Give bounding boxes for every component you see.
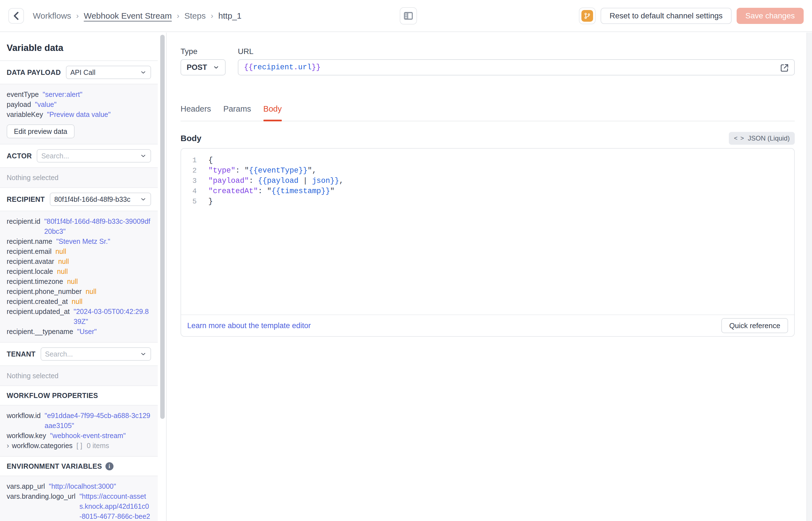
actor-empty-state: Nothing selected [0,168,158,188]
chevron-down-icon [140,196,147,203]
line-number: 4 [181,186,197,197]
crumb-webhook-event-stream[interactable]: Webhook Event Stream [84,11,172,21]
kv-key: workflow.id [7,410,41,421]
kv-value: null [58,256,69,266]
workflow-properties-values: workflow.id"e91ddae4-7f99-45cb-a688-3c12… [0,406,158,457]
kv-row: workflow.id"e91ddae4-7f99-45cb-a688-3c12… [7,410,151,431]
back-button[interactable] [8,8,24,24]
code-line: 5} [181,197,794,207]
kv-row: recipient.localenull [7,266,151,276]
chevron-down-icon [213,64,219,71]
kv-value: "2024-03-05T00:42:29.839Z" [74,307,151,326]
info-icon[interactable]: i [105,462,114,470]
git-branch-icon [583,12,591,20]
recipient-select[interactable]: 80f1f4bf-166d-48f9-b33c [50,192,151,206]
kv-row: recipient.id"80f1f4bf-166d-48f9-b33c-390… [7,216,151,236]
actor-header: ACTOR Search... [0,144,158,168]
sidebar-scrollbar-thumb[interactable] [160,35,165,419]
kv-key: recipient.created_at [7,296,68,307]
variable-data-panel: Variable data DATA PAYLOAD API Call even… [0,32,167,521]
main-scrollbar-track[interactable] [807,32,812,521]
crumb-workflows[interactable]: Workflows [33,11,71,21]
top-bar: Workflows›Webhook Event Stream›Steps›htt… [0,0,812,32]
kv-row: recipient.emailnull [7,246,151,256]
code-text: "createdAt": "{{timestamp}}" [208,186,335,197]
top-bar-actions: Reset to default channel settings Save c… [579,7,804,24]
line-number: 3 [181,176,197,186]
kv-value: "Preview data value" [47,109,151,119]
language-badge[interactable]: < > JSON (Liquid) [729,132,795,145]
reset-default-channel-button[interactable]: Reset to default channel settings [601,8,731,24]
kv-key: workflow.key [7,431,46,440]
code-text: "type": "{{eventType}}", [208,165,316,176]
http-method-value: POST [187,63,207,72]
kv-key: recipient.locale [7,266,53,276]
kv-value: null [72,296,82,307]
commit-status-button[interactable] [579,7,596,24]
kv-key: workflow.categories [12,440,73,451]
actor-label: ACTOR [7,152,32,160]
kv-value: "User" [77,326,151,337]
url-input[interactable]: {{recipient.url}} [238,59,795,75]
kv-key: variableKey [7,109,43,119]
kv-row: recipient.updated_at"2024-03-05T00:42:29… [7,307,151,326]
kv-row: recipient.name"Steven Metz Sr." [7,236,151,246]
kv-value: null [55,246,66,256]
kv-row: vars.app_url"http://localhost:3000" [7,481,151,491]
tenant-search-select[interactable]: Search... [41,347,151,361]
request-tabs: HeadersParamsBody [181,104,795,121]
external-link-icon[interactable] [779,63,790,73]
workflow-properties-header: WORKFLOW PROPERTIES [0,386,158,406]
kv-key: recipient.avatar [7,256,54,266]
crumb-steps[interactable]: Steps [185,11,206,21]
code-icon: < > [734,135,744,142]
line-number: 1 [181,155,197,165]
code-line: 2"type": "{{eventType}}", [181,165,794,176]
data-payload-selected-value: API Call [70,68,95,76]
save-changes-button[interactable]: Save changes [737,8,804,24]
code-text: { [208,155,213,165]
kv-key: recipient.name [7,236,52,246]
data-payload-source-select[interactable]: API Call [66,66,151,79]
environment-variables-values: vars.app_url"http://localhost:3000"vars.… [0,476,158,521]
kv-row: ›workflow.categories[ ]0 items [7,440,151,451]
environment-variables-text: ENVIRONMENT VARIABLES [7,462,102,470]
expand-chevron-icon[interactable]: › [7,440,9,451]
kv-key: recipient.updated_at [7,307,70,316]
kv-value: "webhook-event-stream" [50,431,151,440]
edit-preview-data-button[interactable]: Edit preview data [7,124,75,138]
tab-body[interactable]: Body [263,104,282,121]
kv-row: vars.branding.logo_url"https://account-a… [7,491,151,521]
http-method-select[interactable]: POST [181,59,225,75]
kv-row: recipient.__typename"User" [7,326,151,337]
editor-footer: Learn more about the template editor Qui… [181,315,794,336]
code-editor[interactable]: 1{2"type": "{{eventType}}",3"payload": {… [181,149,794,315]
chevron-down-icon [140,69,147,76]
tab-headers[interactable]: Headers [181,104,211,121]
code-line: 3"payload": {{payload | json}}, [181,176,794,186]
language-badge-label: JSON (Liquid) [748,134,790,142]
kv-row: eventType"server:alert" [7,89,151,99]
toggle-sidebar-button[interactable] [400,7,417,24]
kv-value: "80f1f4bf-166d-48f9-b33c-39009df20bc3" [44,216,151,236]
url-label: URL [238,47,795,56]
kv-value: null [86,287,97,296]
code-text: "payload": {{payload | json}}, [208,176,343,186]
recipient-label: RECIPIENT [7,196,45,203]
learn-more-link[interactable]: Learn more about the template editor [187,321,311,330]
request-config-row: Type POST URL {{recipient.url}} [181,47,795,75]
tenant-search-placeholder: Search... [45,350,73,358]
kv-key: recipient.phone_number [7,287,82,296]
kv-key: eventType [7,89,39,99]
request-editor-pane: Type POST URL {{recipient.url}} [167,32,812,521]
kv-row: recipient.avatarnull [7,256,151,266]
kv-key: vars.branding.logo_url [7,491,75,501]
line-number: 5 [181,197,197,207]
crumb-http_1: http_1 [218,11,241,21]
quick-reference-button[interactable]: Quick reference [721,318,788,333]
kv-value: null [67,276,78,287]
kv-row: variableKey"Preview data value" [7,109,151,119]
kv-key: vars.app_url [7,481,45,491]
tab-params[interactable]: Params [223,104,251,121]
actor-search-select[interactable]: Search... [37,149,151,162]
